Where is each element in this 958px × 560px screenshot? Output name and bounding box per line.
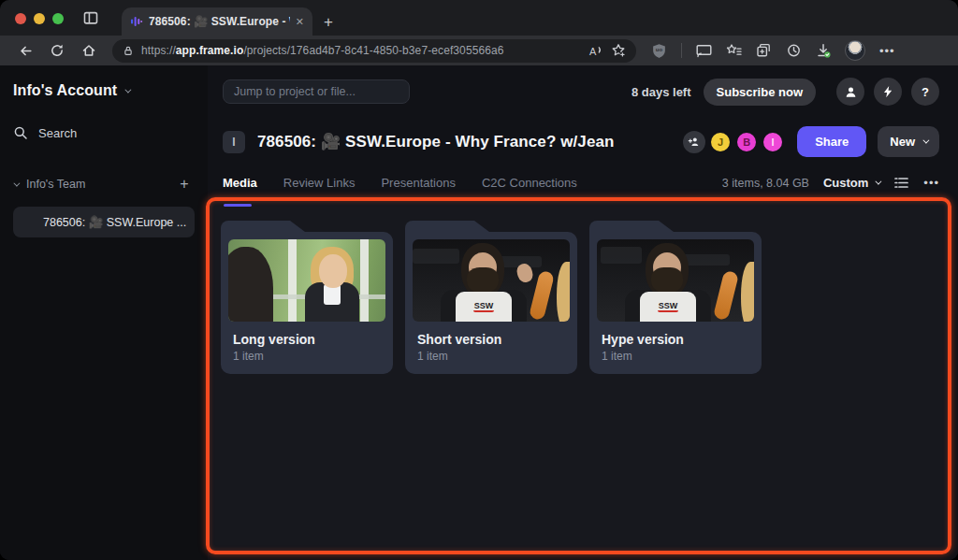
subscribe-now-button[interactable]: Subscribe now xyxy=(704,79,816,106)
avatar[interactable]: B xyxy=(735,131,758,153)
tab-title: 786506: 🎥 SSW.Europe - Why xyxy=(149,15,290,28)
sidebar-item-project[interactable]: 786506: 🎥 SSW.Europe ... xyxy=(13,207,195,237)
folder-thumbnail: SSW xyxy=(597,239,754,322)
url-domain: app.frame.io xyxy=(176,44,244,57)
favorite-star-icon[interactable] xyxy=(611,43,626,58)
browser-navbar: https://app.frame.io/projects/176ad4b7-8… xyxy=(0,36,958,65)
search-icon xyxy=(13,125,28,140)
baguette-shape xyxy=(713,270,739,321)
add-project-button[interactable]: + xyxy=(174,174,195,194)
history-icon[interactable] xyxy=(786,43,802,58)
folder-item-count: 1 item xyxy=(233,350,381,363)
media-panel: Long version 1 item xyxy=(210,196,951,553)
main-content: Jump to project or file... 8 days left S… xyxy=(208,65,958,560)
folder-item-count: 1 item xyxy=(417,350,565,363)
items-summary: 3 items, 8.04 GB xyxy=(722,177,809,190)
folder-card-hype-version[interactable]: SSW Hype version 1 item xyxy=(589,221,762,374)
toolbar-divider xyxy=(681,43,682,58)
chevron-down-icon xyxy=(876,179,882,185)
avatar[interactable]: J xyxy=(709,131,732,153)
project-badge: I xyxy=(223,131,245,153)
back-icon[interactable] xyxy=(11,38,39,63)
jump-to-project-input[interactable]: Jump to project or file... xyxy=(223,79,410,104)
downloads-icon[interactable] xyxy=(816,43,831,58)
list-view-icon[interactable] xyxy=(893,176,909,190)
team-name: Info's Team xyxy=(26,178,85,191)
chevron-down-icon xyxy=(13,179,20,186)
ssw-shirt-label: SSW xyxy=(658,301,679,312)
folder-cards: Long version 1 item xyxy=(210,207,951,374)
refresh-icon[interactable] xyxy=(43,38,71,63)
new-button[interactable]: New xyxy=(878,126,939,157)
home-icon[interactable] xyxy=(75,38,103,63)
app-sidebar: Info's Account Search Info's Team + 7865… xyxy=(0,65,208,560)
tab-presentations[interactable]: Presentations xyxy=(381,176,456,190)
avatar[interactable]: I xyxy=(762,131,784,153)
tab-media[interactable]: Media xyxy=(223,176,257,190)
browser-more-icon[interactable]: ••• xyxy=(879,44,895,58)
folder-title: Long version xyxy=(233,332,381,347)
folder-title: Hype version xyxy=(602,332,749,347)
sort-custom-dropdown[interactable]: Custom xyxy=(823,176,879,190)
sidebar-search[interactable]: Search xyxy=(13,125,195,140)
collections-icon[interactable] xyxy=(756,43,772,58)
upgrade-bolt-button[interactable] xyxy=(874,78,902,106)
search-label: Search xyxy=(38,126,77,140)
frameio-app: Info's Account Search Info's Team + 7865… xyxy=(0,65,958,560)
browser-profile-avatar[interactable] xyxy=(845,40,865,61)
read-aloud-icon[interactable]: A xyxy=(588,44,603,57)
folder-tab-shape xyxy=(589,221,659,232)
favorites-hub-icon[interactable] xyxy=(726,43,742,58)
window-controls xyxy=(15,13,64,24)
url-scheme: https:// xyxy=(141,44,176,57)
minimize-window-button[interactable] xyxy=(34,13,45,24)
tab-close-icon[interactable]: ✕ xyxy=(296,16,304,28)
folder-title: Short version xyxy=(417,332,565,347)
help-button[interactable]: ? xyxy=(911,78,939,106)
folder-item-count: 1 item xyxy=(602,350,749,363)
browser-window: 786506: 🎥 SSW.Europe - Why ✕ + https://a… xyxy=(0,0,958,560)
zoom-window-button[interactable] xyxy=(52,13,64,24)
list-more-icon[interactable]: ••• xyxy=(923,176,939,190)
project-title: 786506: 🎥 SSW.Europe - Why France? w/Jea… xyxy=(257,132,614,151)
chevron-down-icon xyxy=(922,137,929,144)
list-controls: 3 items, 8.04 GB Custom ••• xyxy=(722,176,939,190)
account-switcher[interactable]: Info's Account xyxy=(13,82,195,99)
folder-tab-shape xyxy=(405,221,474,232)
folder-card-long-version[interactable]: Long version 1 item xyxy=(221,221,393,374)
account-name: Info's Account xyxy=(13,82,117,99)
browser-tab-strip: 786506: 🎥 SSW.Europe - Why ✕ + xyxy=(0,0,958,36)
address-bar[interactable]: https://app.frame.io/projects/176ad4b7-8… xyxy=(112,39,636,63)
ublock-extension-icon[interactable]: uo xyxy=(651,43,667,59)
browser-tab[interactable]: 786506: 🎥 SSW.Europe - Why ✕ xyxy=(122,7,312,36)
frameio-favicon xyxy=(130,15,143,28)
web-capture-icon[interactable] xyxy=(696,44,712,58)
sidebar-toggle-icon[interactable] xyxy=(82,9,99,26)
folder-thumbnail xyxy=(228,239,385,322)
account-button[interactable] xyxy=(836,78,864,106)
ssw-shirt-label: SSW xyxy=(473,301,495,312)
navbar-right-icons: uo ••• xyxy=(651,40,895,61)
project-header: I 786506: 🎥 SSW.Europe - Why France? w/J… xyxy=(208,115,958,170)
share-button[interactable]: Share xyxy=(797,126,866,157)
new-tab-button[interactable]: + xyxy=(324,14,333,30)
folder-tab-shape xyxy=(221,221,290,232)
team-section-header[interactable]: Info's Team + xyxy=(13,174,195,194)
trial-days-left: 8 days left xyxy=(631,85,691,99)
svg-text:A: A xyxy=(589,46,597,57)
lock-icon xyxy=(123,45,134,57)
tab-c2c-connections[interactable]: C2C Connections xyxy=(482,176,577,190)
tab-review-links[interactable]: Review Links xyxy=(283,176,356,190)
project-tabs: Media Review Links Presentations C2C Con… xyxy=(208,170,958,190)
chevron-down-icon xyxy=(125,86,132,93)
folder-thumbnail: SSW xyxy=(413,239,570,322)
close-window-button[interactable] xyxy=(15,13,26,24)
app-top-bar: Jump to project or file... 8 days left S… xyxy=(208,65,958,115)
url-text: https://app.frame.io/projects/176ad4b7-8… xyxy=(141,44,580,57)
url-path: /projects/176ad4b7-8c41-4850-b3e7-ecef30… xyxy=(243,44,503,57)
folder-card-short-version[interactable]: SSW Short version 1 item xyxy=(405,221,577,374)
add-collaborator-button[interactable] xyxy=(683,131,705,153)
